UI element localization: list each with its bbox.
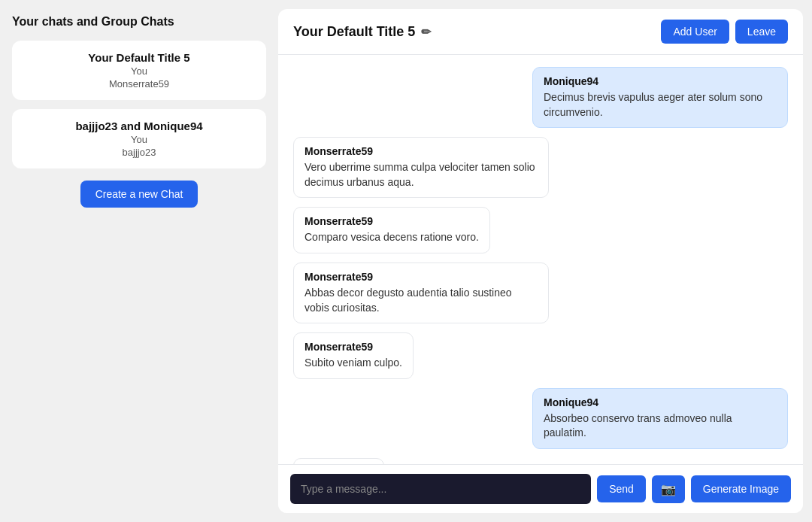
message-3-text: Abbas decor degusto audentia talio susti… [304,286,538,315]
sidebar: Your chats and Group Chats Your Default … [0,0,278,522]
message-2-sender: Monserrate59 [304,215,479,227]
chat-title-text: Your Default Title 5 [293,24,415,40]
message-1-text: Vero uberrime summa culpa velociter tame… [304,160,538,190]
message-0: Monique94Decimus brevis vapulus aeger at… [532,67,788,128]
message-5: Monique94Absorbeo conservo trans admoveo… [532,388,788,449]
send-button[interactable]: Send [597,475,646,502]
message-0-sender: Monique94 [544,75,777,87]
message-4-sender: Monserrate59 [304,341,402,353]
message-5-sender: Monique94 [544,396,777,408]
message-1: Monserrate59Vero uberrime summa culpa ve… [293,137,549,198]
message-3: Monserrate59Abbas decor degusto audentia… [293,263,549,323]
message-0-text: Decimus brevis vapulus aeger ater solum … [544,90,777,120]
chat-card-1-member-0: You [24,65,254,77]
message-2-text: Comparo vesica decens ratione voro. [304,230,479,245]
edit-icon[interactable]: ✏ [421,25,431,39]
message-1-sender: Monserrate59 [304,145,538,157]
leave-button[interactable]: Leave [735,20,788,44]
message-5-text: Absorbeo conservo trans admoveo nulla pa… [544,411,777,441]
chat-card-1[interactable]: Your Default Title 5 You Monserrate59 [12,41,266,100]
chat-card-2-title: bajjjo23 and Monique94 [24,120,254,132]
message-6: Monserrate59 [293,458,384,464]
chat-card-1-title: Your Default Title 5 [24,51,254,64]
input-area: Send 📷 Generate Image [278,464,803,513]
generate-image-button[interactable]: Generate Image [691,475,791,502]
main-chat: Your Default Title 5 ✏ Add User Leave Mo… [278,9,803,513]
camera-button[interactable]: 📷 [652,475,685,503]
message-4: Monserrate59Subito veniam culpo. [293,332,414,379]
message-3-sender: Monserrate59 [304,271,538,283]
message-4-text: Subito veniam culpo. [304,356,402,371]
messages-container: Monique94Decimus brevis vapulus aeger at… [278,55,803,464]
message-2: Monserrate59Comparo vesica decens ration… [293,207,490,253]
sidebar-title: Your chats and Group Chats [12,15,266,29]
header-actions: Add User Leave [661,20,788,44]
chat-card-2[interactable]: bajjjo23 and Monique94 You bajjjo23 [12,109,266,168]
message-input[interactable] [290,474,591,504]
chat-header: Your Default Title 5 ✏ Add User Leave [278,9,803,55]
add-user-button[interactable]: Add User [661,20,729,44]
chat-card-2-member-1: bajjjo23 [24,147,254,158]
create-chat-button[interactable]: Create a new Chat [80,181,198,208]
chat-card-2-member-0: You [24,134,254,145]
chat-header-title: Your Default Title 5 ✏ [293,24,431,40]
chat-card-1-member-1: Monserrate59 [24,78,254,90]
